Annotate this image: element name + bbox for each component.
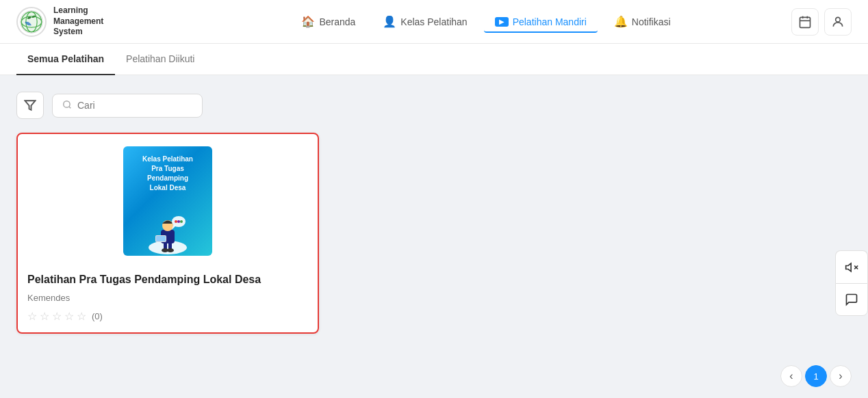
nav-pelatihan-mandiri[interactable]: ▶ Pelatihan Mandiri xyxy=(484,11,598,33)
svg-line-12 xyxy=(69,106,71,108)
main-content: Kelas PelatihanPra TugasPendampingLokal … xyxy=(0,75,868,350)
nav-beranda[interactable]: 🏠 Beranda xyxy=(290,10,366,34)
svg-marker-27 xyxy=(846,263,852,271)
home-icon: 🏠 xyxy=(301,15,315,28)
card-image: Kelas PelatihanPra TugasPendampingLokal … xyxy=(123,146,212,256)
svg-rect-5 xyxy=(800,17,810,27)
bell-icon: 🔔 xyxy=(614,15,628,28)
filter-bar xyxy=(16,92,852,119)
card-body: Pelatihan Pra Tugas Pendamping Lokal Des… xyxy=(16,263,319,334)
star-1: ☆ xyxy=(27,310,37,323)
filter-button[interactable] xyxy=(16,92,44,119)
svg-point-24 xyxy=(175,220,177,223)
tabs-bar: Semua Pelatihan Pelatihan Diikuti xyxy=(0,44,868,75)
pagination-next[interactable]: › xyxy=(830,365,852,387)
card-provider: Kemendes xyxy=(27,293,308,303)
pagination-prev[interactable]: ‹ xyxy=(780,365,802,387)
logo-icon xyxy=(16,7,47,37)
mute-button[interactable] xyxy=(835,250,868,283)
svg-marker-10 xyxy=(25,101,36,110)
logo-area: Learning Management System xyxy=(16,5,181,38)
pagination-page-1[interactable]: 1 xyxy=(805,365,827,387)
card-title: Pelatihan Pra Tugas Pendamping Lokal Des… xyxy=(27,272,308,287)
user-icon: 👤 xyxy=(383,15,396,28)
courses-grid: Kelas PelatihanPra TugasPendampingLokal … xyxy=(16,133,633,334)
card-illustration xyxy=(140,201,195,256)
profile-button[interactable] xyxy=(824,8,852,36)
nav-kelas-pelatihan-label: Kelas Pelatihan xyxy=(400,16,467,27)
search-input[interactable] xyxy=(77,100,192,111)
nav-pelatihan-mandiri-label: Pelatihan Mandiri xyxy=(513,16,587,27)
svg-rect-21 xyxy=(156,236,166,241)
pagination: ‹ 1 › xyxy=(780,365,852,387)
nav-beranda-label: Beranda xyxy=(319,16,355,27)
star-4: ☆ xyxy=(64,310,74,323)
header-actions xyxy=(791,8,852,36)
svg-point-9 xyxy=(836,17,841,22)
calendar-button[interactable] xyxy=(791,8,819,36)
svg-point-19 xyxy=(167,248,174,252)
play-icon: ▶ xyxy=(495,17,509,27)
card-rating: ☆ ☆ ☆ ☆ ☆ (0) xyxy=(27,310,308,323)
card-image-wrapper: Kelas PelatihanPra TugasPendampingLokal … xyxy=(16,133,319,263)
svg-point-26 xyxy=(180,220,183,223)
card-image-title: Kelas PelatihanPra TugasPendampingLokal … xyxy=(142,155,193,193)
tab-semua-pelatihan[interactable]: Semua Pelatihan xyxy=(16,44,115,75)
header: Learning Management System 🏠 Beranda 👤 K… xyxy=(0,0,868,44)
course-card-1[interactable]: Kelas PelatihanPra TugasPendampingLokal … xyxy=(16,133,319,334)
star-5: ☆ xyxy=(77,310,86,323)
svg-point-11 xyxy=(64,101,70,107)
chat-button[interactable] xyxy=(835,283,868,316)
star-3: ☆ xyxy=(52,310,62,323)
nav-notifikasi[interactable]: 🔔 Notifikasi xyxy=(603,10,682,34)
main-nav: 🏠 Beranda 👤 Kelas Pelatihan ▶ Pelatihan … xyxy=(181,10,791,34)
star-2: ☆ xyxy=(40,310,49,323)
search-icon xyxy=(62,100,72,111)
logo-text: Learning Management System xyxy=(53,5,103,38)
svg-point-25 xyxy=(177,220,180,223)
rating-count: (0) xyxy=(92,311,103,321)
nav-kelas-pelatihan[interactable]: 👤 Kelas Pelatihan xyxy=(372,10,478,34)
tab-pelatihan-diikuti[interactable]: Pelatihan Diikuti xyxy=(115,44,205,75)
nav-notifikasi-label: Notifikasi xyxy=(632,16,671,27)
search-box xyxy=(52,94,203,118)
side-actions xyxy=(835,250,868,316)
